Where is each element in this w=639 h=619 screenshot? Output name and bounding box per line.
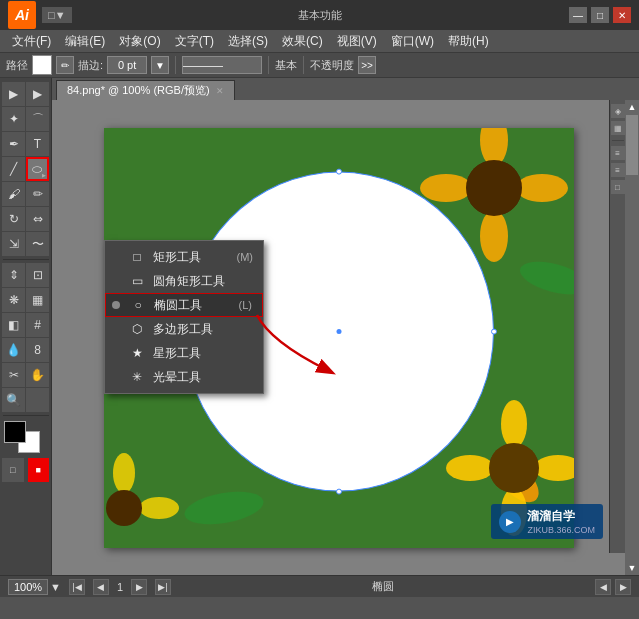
- tool-row-13: 🔍: [2, 388, 49, 412]
- scale-tool[interactable]: ⇲: [2, 232, 25, 256]
- separator-1: [175, 56, 176, 74]
- maximize-button[interactable]: □: [591, 7, 609, 23]
- handle-bottom[interactable]: [336, 488, 342, 494]
- tab-close-button[interactable]: ✕: [216, 86, 224, 96]
- menu-text[interactable]: 文字(T): [169, 31, 220, 52]
- statusbar: ▼ |◀ ◀ 1 ▶ ▶| 椭圆 ◀ ▶: [0, 575, 639, 597]
- reflect-tool[interactable]: ⇔: [26, 207, 49, 231]
- screen-mode[interactable]: ■: [28, 458, 50, 482]
- panel-btn-5[interactable]: □: [611, 180, 625, 194]
- pencil-tool[interactable]: ✏: [26, 182, 49, 206]
- stroke-icon[interactable]: ✏: [56, 56, 74, 74]
- stroke-width-input[interactable]: [107, 56, 147, 74]
- tool-row-12: ✂ ✋: [2, 363, 49, 387]
- eyedropper-tool[interactable]: 💧: [2, 338, 25, 362]
- bar-graph-tool[interactable]: ▦: [26, 288, 49, 312]
- rotate-tool[interactable]: ↻: [2, 207, 25, 231]
- symbol-sprayer-tool[interactable]: ❋: [2, 288, 25, 312]
- app-mode-dropdown[interactable]: □▼: [42, 7, 72, 23]
- flyout-ellipse-label: 椭圆工具: [154, 297, 202, 314]
- normal-mode[interactable]: □: [2, 458, 24, 482]
- hand-tool[interactable]: ✋: [26, 363, 49, 387]
- gradient-tool[interactable]: ◧: [2, 313, 25, 337]
- menu-object[interactable]: 对象(O): [113, 31, 166, 52]
- scroll-up-button[interactable]: ▲: [625, 100, 639, 114]
- minimize-button[interactable]: —: [569, 7, 587, 23]
- panel-btn-4[interactable]: ≡: [611, 163, 625, 177]
- nav-prev-button[interactable]: ◀: [93, 579, 109, 595]
- paintbrush-tool[interactable]: 🖌: [2, 182, 25, 206]
- blend-tool[interactable]: 8: [26, 338, 49, 362]
- menu-help[interactable]: 帮助(H): [442, 31, 495, 52]
- tab-doc1[interactable]: 84.png* @ 100% (RGB/预览) ✕: [56, 80, 235, 100]
- type-tool[interactable]: T: [26, 132, 49, 156]
- tool-row-9: ❋ ▦: [2, 288, 49, 312]
- width-tool[interactable]: ⇕: [2, 263, 25, 287]
- right-panel: ◈ ▦ ≡ ≡ □: [609, 100, 625, 553]
- flyout-rounded-rect[interactable]: ▭ 圆角矩形工具: [105, 269, 263, 293]
- panel-btn-1[interactable]: ◈: [611, 104, 625, 118]
- tool-row-1: ▶ ▶: [2, 82, 49, 106]
- lasso-tool[interactable]: ⌒: [26, 107, 49, 131]
- close-button[interactable]: ✕: [613, 7, 631, 23]
- status-nav-prev[interactable]: ◀: [595, 579, 611, 595]
- stroke-style-select[interactable]: [182, 56, 262, 74]
- zoom-dropdown[interactable]: ▼: [50, 581, 61, 593]
- menu-view[interactable]: 视图(V): [331, 31, 383, 52]
- status-nav-next[interactable]: ▶: [615, 579, 631, 595]
- menu-window[interactable]: 窗口(W): [385, 31, 440, 52]
- svg-point-34: [139, 497, 179, 519]
- shape-tool[interactable]: ⬭▶: [26, 157, 49, 181]
- free-transform-tool[interactable]: ⊡: [26, 263, 49, 287]
- watermark-main: 溜溜自学: [527, 508, 595, 525]
- panel-btn-2[interactable]: ▦: [611, 121, 625, 135]
- rect-icon: □: [129, 249, 145, 265]
- tool-name-status: 椭圆: [179, 579, 587, 594]
- nav-first-button[interactable]: |◀: [69, 579, 85, 595]
- ai-logo: Ai: [8, 1, 36, 29]
- panel-btn-3[interactable]: ≡: [611, 146, 625, 160]
- basic-label: 基本: [275, 58, 297, 73]
- flyout-flare[interactable]: ✳ 光晕工具: [105, 365, 263, 389]
- warp-tool[interactable]: 〜: [26, 232, 49, 256]
- flyout-flare-label: 光晕工具: [153, 369, 201, 386]
- scroll-thumb[interactable]: [626, 115, 638, 175]
- flyout-star[interactable]: ★ 星形工具: [105, 341, 263, 365]
- tool-row-4: ╱ ⬭▶: [2, 157, 49, 181]
- nav-next-button[interactable]: ▶: [131, 579, 147, 595]
- handle-top[interactable]: [336, 168, 342, 174]
- scroll-down-button[interactable]: ▼: [625, 561, 639, 575]
- menu-effect[interactable]: 效果(C): [276, 31, 329, 52]
- stroke-dropdown[interactable]: ▼: [151, 56, 169, 74]
- scissors-tool[interactable]: ✂: [2, 363, 25, 387]
- magic-wand-tool[interactable]: ✦: [2, 107, 25, 131]
- pen-tool[interactable]: ✒: [2, 132, 25, 156]
- vertical-scrollbar[interactable]: ▲ ▼: [625, 100, 639, 575]
- opacity-more[interactable]: >>: [358, 56, 376, 74]
- direct-select-tool[interactable]: ▶: [26, 82, 49, 106]
- svg-point-28: [489, 443, 539, 493]
- flyout-polygon[interactable]: ⬡ 多边形工具: [105, 317, 263, 341]
- zoom-input[interactable]: [8, 579, 48, 595]
- menu-edit[interactable]: 编辑(E): [59, 31, 111, 52]
- line-tool[interactable]: ╱: [2, 157, 25, 181]
- zoom-tool[interactable]: 🔍: [2, 388, 25, 412]
- nav-last-button[interactable]: ▶|: [155, 579, 171, 595]
- flyout-rect[interactable]: □ 矩形工具 (M): [105, 245, 263, 269]
- tab-label: 84.png* @ 100% (RGB/预览): [67, 83, 210, 98]
- menu-file[interactable]: 文件(F): [6, 31, 57, 52]
- tool-row-10: ◧ #: [2, 313, 49, 337]
- svg-point-20: [466, 160, 522, 216]
- page-number: 1: [117, 581, 123, 593]
- svg-point-15: [516, 174, 568, 202]
- foreground-color[interactable]: [4, 421, 26, 443]
- flyout-ellipse[interactable]: ○ 椭圆工具 (L): [105, 293, 263, 317]
- tool-separator-2: [3, 415, 49, 416]
- menu-select[interactable]: 选择(S): [222, 31, 274, 52]
- fill-color[interactable]: [32, 55, 52, 75]
- select-tool[interactable]: ▶: [2, 82, 25, 106]
- handle-right[interactable]: [491, 328, 497, 334]
- mesh-tool[interactable]: #: [26, 313, 49, 337]
- canvas-content[interactable]: □ 矩形工具 (M) ▭ 圆角矩形工具 ○ 椭圆工具 (L): [52, 100, 625, 575]
- panel-separator: [612, 140, 624, 141]
